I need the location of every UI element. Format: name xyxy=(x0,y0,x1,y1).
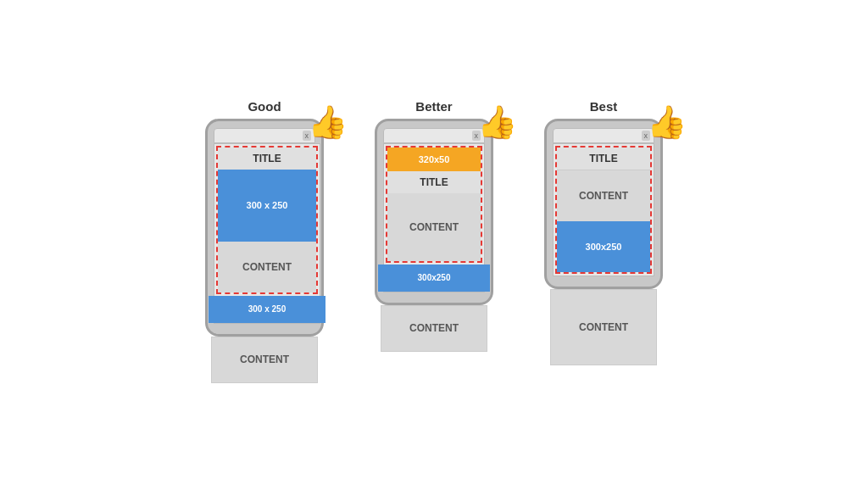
best-phone-topbar: x xyxy=(553,128,654,143)
best-title-box: TITLE xyxy=(557,148,650,170)
best-content-in-ad: CONTENT xyxy=(557,170,650,221)
better-below-content: CONTENT xyxy=(381,305,487,352)
good-below-content: CONTENT xyxy=(211,337,318,383)
best-phone-wrapper: 👍 x TITLE CONTENT 300x250 xyxy=(544,119,663,365)
good-phone-wrapper: 👍 x TITLE 300 x 250 CONTENT 300 x 250 xyxy=(205,119,324,383)
better-content-box: CONTENT xyxy=(387,193,481,261)
better-bottom-blue: 300x250 xyxy=(378,264,490,292)
good-thumbs-icon: 👍 xyxy=(308,103,348,141)
better-phone-topbar: x xyxy=(383,128,485,143)
better-phone: x 320x50 TITLE CONTENT 300x250 xyxy=(375,119,493,305)
best-below-content: CONTENT xyxy=(550,289,657,365)
diagram-good: Good 👍 x TITLE 300 x 250 CONTENT 300 xyxy=(205,99,324,383)
diagram-best: Best 👍 x TITLE CONTENT 300x250 xyxy=(544,99,663,365)
good-blue-ad-box: 300 x 250 xyxy=(218,170,316,242)
good-phone-topbar: x xyxy=(214,128,315,143)
better-phone-screen: 320x50 TITLE CONTENT 300x250 xyxy=(383,143,485,292)
best-thumbs-icon: 👍 xyxy=(647,103,687,141)
good-ad-area: TITLE 300 x 250 CONTENT xyxy=(216,146,318,294)
best-label: Best xyxy=(590,99,618,114)
best-ad-area: TITLE CONTENT 300x250 xyxy=(555,146,652,274)
good-bottom-blue: 300 x 250 xyxy=(209,296,326,323)
good-content-box: CONTENT xyxy=(218,242,316,292)
good-phone-screen: TITLE 300 x 250 CONTENT 300 x 250 xyxy=(214,143,320,324)
better-title-box: TITLE xyxy=(387,171,481,193)
best-phone-screen: TITLE CONTENT 300x250 xyxy=(553,143,654,276)
diagrams-container: Good 👍 x TITLE 300 x 250 CONTENT 300 xyxy=(188,91,680,400)
better-orange-ad: 320x50 xyxy=(387,148,481,171)
good-label: Good xyxy=(248,99,281,114)
good-phone: x TITLE 300 x 250 CONTENT 300 x 250 xyxy=(205,119,324,337)
good-title-box: TITLE xyxy=(218,148,316,170)
diagram-better: Better 👍 x 320x50 TITLE CONTENT xyxy=(375,99,493,352)
best-blue-ad: 300x250 xyxy=(557,221,650,272)
better-ad-area: 320x50 TITLE CONTENT xyxy=(386,146,482,263)
best-phone: x TITLE CONTENT 300x250 xyxy=(544,119,663,289)
better-label: Better xyxy=(415,99,452,114)
better-phone-wrapper: 👍 x 320x50 TITLE CONTENT 3 xyxy=(375,119,493,352)
better-thumbs-icon: 👍 xyxy=(477,103,517,141)
